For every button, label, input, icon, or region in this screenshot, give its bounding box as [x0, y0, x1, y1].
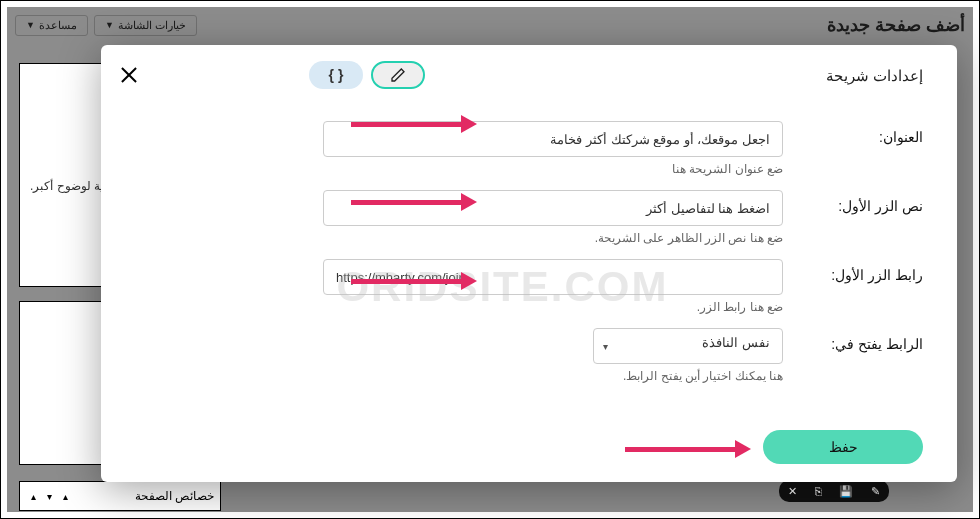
annotation-arrow [625, 440, 751, 458]
btn1-link-label: رابط الزر الأول: [803, 259, 923, 283]
copy-icon[interactable]: ⎘ [815, 485, 822, 497]
pencil-icon [390, 67, 406, 83]
chevron-up-icon[interactable]: ▴ [26, 489, 40, 503]
slide-settings-modal: إعدادات شريحة { } العنوان: ضع عنوان الشر… [101, 45, 957, 482]
btn1-link-hint: ضع هنا رابط الزر. [323, 300, 783, 314]
title-hint: ضع عنوان الشريحة هنا [323, 162, 783, 176]
title-label: العنوان: [803, 121, 923, 145]
title-input[interactable] [323, 121, 783, 157]
page-props-label: خصائص الصفحة [135, 489, 214, 503]
widget-box-3: خصائص الصفحة ▴ ▾ ▴ [19, 481, 221, 511]
modal-title: إعدادات شريحة [826, 67, 923, 85]
edit-view-toggle[interactable] [371, 61, 425, 89]
save-button[interactable]: حفظ [763, 430, 923, 464]
link-target-hint: هنا يمكنك اختيار أين يفتح الرابط. [323, 369, 783, 383]
edit-icon[interactable]: ✎ [871, 485, 880, 498]
code-view-toggle[interactable]: { } [309, 61, 363, 89]
chevron-down-icon[interactable]: ▾ [42, 489, 56, 503]
caret-toggle-icon[interactable]: ▴ [58, 489, 72, 503]
floating-toolbar[interactable]: ✕ ⎘ 💾 ✎ [779, 480, 889, 502]
btn1-link-input[interactable] [323, 259, 783, 295]
btn1-text-label: نص الزر الأول: [803, 190, 923, 214]
btn1-text-hint: ضع هنا نص الزر الظاهر على الشريحة. [323, 231, 783, 245]
btn1-text-input[interactable] [323, 190, 783, 226]
close-icon[interactable]: ✕ [788, 485, 797, 498]
link-target-label: الرابط يفتح في: [803, 328, 923, 352]
link-target-select[interactable]: نفس النافذة [593, 328, 783, 364]
save-icon[interactable]: 💾 [839, 485, 853, 498]
close-icon[interactable] [119, 65, 139, 85]
